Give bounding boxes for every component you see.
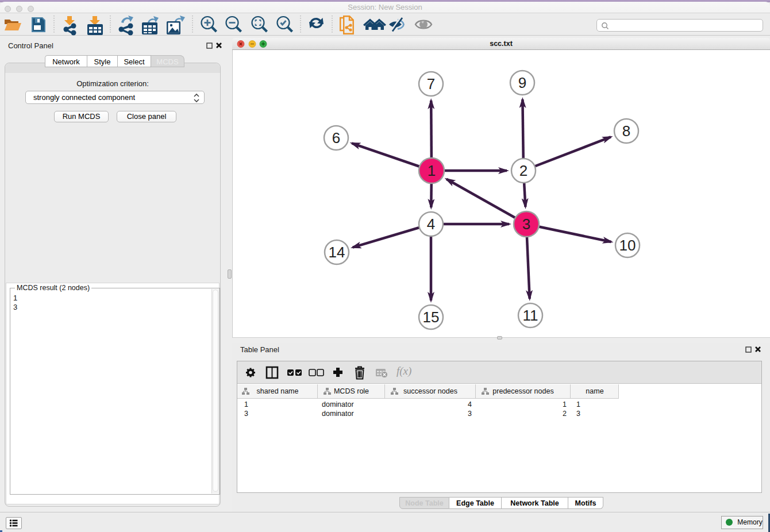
svg-text:2: 2 (519, 162, 528, 179)
svg-text:11: 11 (523, 307, 538, 324)
svg-text:3: 3 (522, 215, 530, 233)
svg-text:6: 6 (332, 129, 340, 147)
svg-text:8: 8 (622, 122, 630, 140)
svg-text:15: 15 (423, 309, 440, 326)
svg-text:10: 10 (619, 237, 636, 254)
svg-text:4: 4 (427, 215, 435, 233)
svg-text:7: 7 (427, 75, 435, 92)
svg-text:9: 9 (518, 74, 526, 91)
svg-text:14: 14 (329, 244, 345, 261)
svg-text:1: 1 (428, 162, 436, 179)
